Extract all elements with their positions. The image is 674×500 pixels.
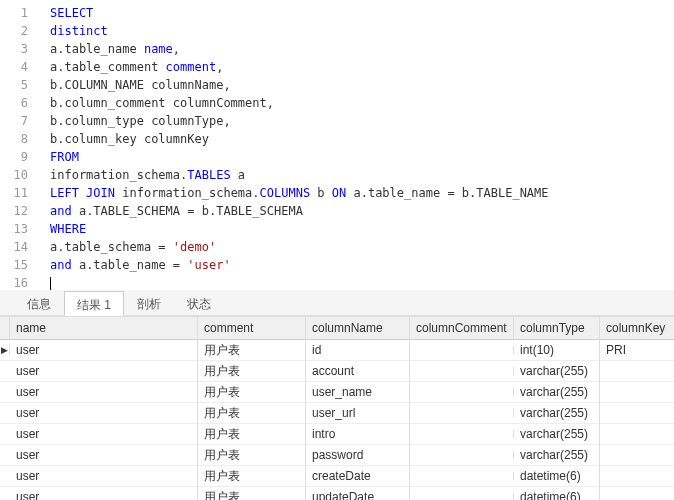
cell-columntype[interactable]: datetime(6) [514,465,600,487]
cell-name[interactable]: user [10,444,198,466]
code-line[interactable]: b.column_type columnType, [50,112,674,130]
code-line[interactable]: and a.TABLE_SCHEMA = b.TABLE_SCHEMA [50,202,674,220]
code-line[interactable]: LEFT JOIN information_schema.COLUMNS b O… [50,184,674,202]
token-plain: b.column_comment columnComment, [50,96,274,110]
table-row[interactable]: ▶user用户表idint(10)PRI [0,340,674,361]
header-marker [0,317,10,339]
cell-columntype[interactable]: varchar(255) [514,423,600,445]
token-plain: , [216,60,223,74]
row-marker[interactable]: ▶ [0,345,10,355]
cell-columnname[interactable]: id [306,339,410,361]
line-number: 13 [0,220,28,238]
header-columntype[interactable]: columnType [514,317,600,339]
token-plain: a.TABLE_SCHEMA = b.TABLE_SCHEMA [72,204,303,218]
line-number: 10 [0,166,28,184]
cell-columnkey[interactable] [600,367,674,375]
code-line[interactable]: distinct [50,22,674,40]
result-table: name comment columnName columnComment co… [0,316,674,500]
cell-columnname[interactable]: createDate [306,465,410,487]
cell-columnkey[interactable] [600,493,674,500]
token-kw: FROM [50,150,79,164]
cell-columnname[interactable]: user_name [306,381,410,403]
table-row[interactable]: user用户表passwordvarchar(255) [0,445,674,466]
line-gutter: 12345678910111213141516 [0,0,38,290]
cell-columntype[interactable]: datetime(6) [514,486,600,500]
code-line[interactable]: SELECT [50,4,674,22]
header-columnname[interactable]: columnName [306,317,410,339]
code-line[interactable]: and a.table_name = 'user' [50,256,674,274]
code-line[interactable]: b.column_comment columnComment, [50,94,674,112]
cell-columncomment[interactable] [410,367,514,375]
code-line[interactable]: WHERE [50,220,674,238]
cell-columnkey[interactable] [600,409,674,417]
cell-columncomment[interactable] [410,388,514,396]
token-kw: LEFT JOIN [50,186,115,200]
token-kw: distinct [50,24,108,38]
cell-columnname[interactable]: account [306,360,410,382]
header-columnkey[interactable]: columnKey [600,317,674,339]
code-line[interactable]: b.column_key columnKey [50,130,674,148]
table-row[interactable]: user用户表user_namevarchar(255) [0,382,674,403]
code-line[interactable]: a.table_comment comment, [50,58,674,76]
cell-columnname[interactable]: password [306,444,410,466]
cell-columncomment[interactable] [410,430,514,438]
cell-name[interactable]: user [10,423,198,445]
tab-0[interactable]: 信息 [14,290,64,315]
code-line[interactable]: FROM [50,148,674,166]
token-plain: a [231,168,245,182]
line-number: 11 [0,184,28,202]
code-line[interactable]: a.table_schema = 'demo' [50,238,674,256]
cell-columnkey[interactable] [600,451,674,459]
cell-columncomment[interactable] [410,472,514,480]
cell-columnkey[interactable]: PRI [600,339,674,361]
cell-columntype[interactable]: varchar(255) [514,402,600,424]
table-row[interactable]: user用户表createDatedatetime(6) [0,466,674,487]
cell-comment[interactable]: 用户表 [198,485,306,501]
sql-editor[interactable]: 12345678910111213141516 SELECTdistincta.… [0,0,674,290]
header-name[interactable]: name [10,317,198,339]
tab-1[interactable]: 结果 1 [64,291,124,316]
table-row[interactable]: user用户表updateDatedatetime(6) [0,487,674,500]
cell-name[interactable]: user [10,465,198,487]
cell-columnname[interactable]: intro [306,423,410,445]
cell-name[interactable]: user [10,339,198,361]
cell-columncomment[interactable] [410,346,514,354]
cell-name[interactable]: user [10,381,198,403]
cell-columncomment[interactable] [410,451,514,459]
cell-columnkey[interactable] [600,472,674,480]
line-number: 15 [0,256,28,274]
cell-columnkey[interactable] [600,388,674,396]
table-row[interactable]: user用户表introvarchar(255) [0,424,674,445]
cell-name[interactable]: user [10,486,198,500]
cell-columnname[interactable]: user_url [306,402,410,424]
cell-columntype[interactable]: varchar(255) [514,444,600,466]
header-columncomment[interactable]: columnComment [410,317,514,339]
code-content[interactable]: SELECTdistincta.table_name name,a.table_… [38,0,674,290]
code-line[interactable]: b.COLUMN_NAME columnName, [50,76,674,94]
token-ident: comment [166,60,217,74]
cell-name[interactable]: user [10,402,198,424]
line-number: 14 [0,238,28,256]
cell-columntype[interactable]: varchar(255) [514,381,600,403]
token-str: 'demo' [173,240,216,254]
table-row[interactable]: user用户表user_urlvarchar(255) [0,403,674,424]
cell-columncomment[interactable] [410,493,514,500]
cell-columntype[interactable]: int(10) [514,339,600,361]
table-row[interactable]: user用户表accountvarchar(255) [0,361,674,382]
header-comment[interactable]: comment [198,317,306,339]
token-kw: SELECT [50,6,93,20]
tab-3[interactable]: 状态 [174,290,224,315]
code-line[interactable]: information_schema.TABLES a [50,166,674,184]
cell-columnkey[interactable] [600,430,674,438]
cell-columncomment[interactable] [410,409,514,417]
cell-name[interactable]: user [10,360,198,382]
tab-2[interactable]: 剖析 [124,290,174,315]
token-plain: information_schema. [115,186,260,200]
text-cursor [50,277,51,291]
token-plain: a.table_name = b.TABLE_NAME [346,186,548,200]
result-tabs: 信息结果 1剖析状态 [0,290,674,316]
cell-columntype[interactable]: varchar(255) [514,360,600,382]
cell-columnname[interactable]: updateDate [306,486,410,500]
code-line[interactable]: a.table_name name, [50,40,674,58]
token-kw: WHERE [50,222,86,236]
